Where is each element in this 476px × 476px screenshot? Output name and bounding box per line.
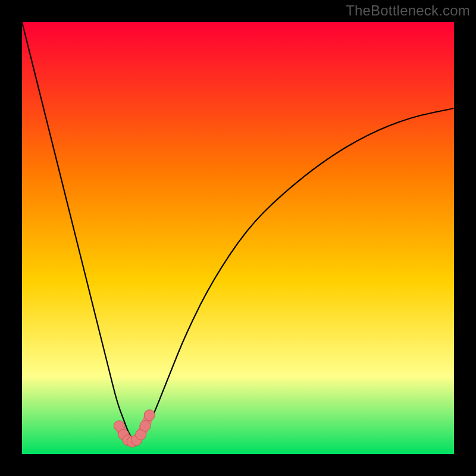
minimum-marker: [140, 421, 151, 431]
attribution-text: TheBottleneck.com: [346, 2, 470, 19]
gradient-background: [22, 22, 454, 454]
minimum-marker: [144, 410, 155, 421]
bottleneck-plot: [0, 0, 476, 476]
chart-frame: { "attribution": "TheBottleneck.com", "c…: [0, 0, 476, 476]
